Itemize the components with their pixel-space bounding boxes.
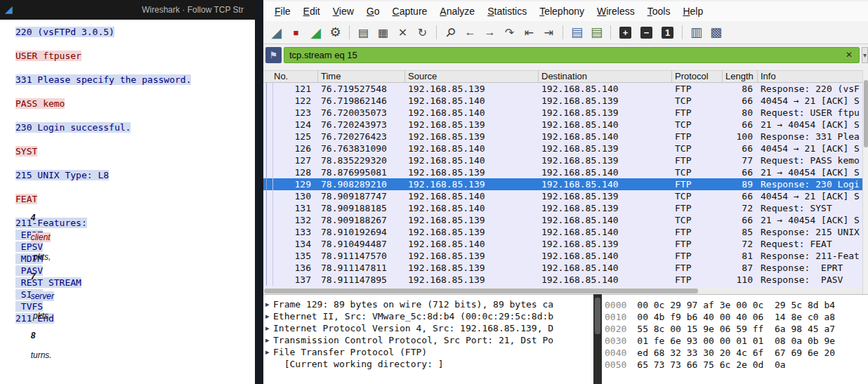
follow-window-titlebar[interactable]: ◢ Wireshark · Follow TCP Str <box>0 0 255 20</box>
normal-size-icon[interactable]: 1 <box>662 27 673 39</box>
packet-row[interactable]: 128 78.876995081 192.168.85.139 192.168.… <box>263 166 862 178</box>
expand-arrow-icon[interactable] <box>263 358 273 370</box>
cell-length: 66 <box>723 119 758 131</box>
filter-clear-icon[interactable]: ✕ <box>846 50 853 60</box>
hscrollbar-thumb[interactable] <box>264 289 698 293</box>
hex-line[interactable]: 0040ed 68 32 33 30 20 4c 6f 67 69 6e 20 <box>605 347 868 359</box>
menu-go[interactable]: Go <box>360 6 386 17</box>
detail-line[interactable]: ▸Frame 129: 89 bytes on wire (712 bits),… <box>263 298 593 310</box>
cell-no: 128 <box>273 166 318 178</box>
detail-line[interactable]: ▸Internet Protocol Version 4, Src: 192.1… <box>263 322 593 334</box>
menu-edit[interactable]: Edit <box>297 6 327 17</box>
hex-bytes[interactable]: 65 73 73 66 75 6c 2e 0d 0a <box>637 359 785 370</box>
vscrollbar-thumb[interactable] <box>864 80 868 147</box>
filter-bookmark-icon[interactable]: ⚑ <box>265 47 282 63</box>
menu-view[interactable]: View <box>327 6 360 17</box>
resize-columns-icon[interactable]: ▥ <box>688 24 705 41</box>
detail-line[interactable]: ▸Transmission Control Protocol, Src Port… <box>263 334 593 346</box>
packet-list-vscrollbar[interactable] <box>862 70 868 294</box>
displayed-columns-icon[interactable]: ▩ <box>707 24 725 41</box>
packet-row[interactable]: 122 76.719862146 192.168.85.140 192.168.… <box>263 95 862 107</box>
related-packet-indicator <box>266 250 273 262</box>
stream-line-text: PASS kemo <box>15 98 65 109</box>
cell-protocol: FTP <box>672 131 723 143</box>
expand-arrow-icon[interactable]: ▸ <box>263 310 273 322</box>
packet-row[interactable]: 125 76.720276423 192.168.85.139 192.168.… <box>263 131 862 143</box>
go-forward-icon[interactable]: → <box>481 24 499 41</box>
packet-row[interactable]: 133 78.910192694 192.168.85.139 192.168.… <box>263 226 862 238</box>
column-header-length[interactable]: Length <box>723 71 758 82</box>
expand-arrow-icon[interactable]: ▸ <box>263 334 273 346</box>
hex-bytes[interactable]: ed 68 32 33 30 20 4c 6f 67 69 6e 20 <box>637 347 835 358</box>
menu-statistics[interactable]: Statistics <box>481 6 533 17</box>
column-header-protocol[interactable]: Protocol <box>672 71 723 82</box>
related-packet-indicator <box>266 119 273 131</box>
expand-arrow-icon[interactable]: ▸ <box>263 346 273 358</box>
zoom-out-icon[interactable]: − <box>640 27 652 39</box>
hex-line[interactable]: 000000 0c 29 97 af 3e 00 0c 29 5c 8d b4 <box>605 299 868 311</box>
expand-arrow-icon[interactable]: ▸ <box>263 298 273 310</box>
find-packet-icon[interactable]: ⚲ <box>438 20 463 44</box>
close-file-icon[interactable]: ✕ <box>394 24 412 41</box>
display-filter-input[interactable]: tcp.stream eq 15 ✕ <box>284 47 860 63</box>
hex-bytes[interactable]: 00 4b f9 b6 40 00 40 06 14 8e c0 a8 <box>637 312 835 322</box>
packet-row[interactable]: 136 78.911147811 192.168.85.139 192.168.… <box>263 262 862 274</box>
colorize-packets-icon[interactable]: ▤ <box>568 24 586 41</box>
hex-line[interactable]: 001000 4b f9 b6 40 00 40 06 14 8e c0 a8 <box>605 311 868 323</box>
packet-row[interactable]: 127 78.835229320 192.168.85.140 192.168.… <box>263 154 862 166</box>
cell-no: 137 <box>273 274 318 286</box>
column-header-destination[interactable]: Destination <box>539 71 672 82</box>
packet-row[interactable]: 123 76.720035073 192.168.85.140 192.168.… <box>263 107 862 119</box>
zoom-in-icon[interactable]: + <box>619 27 631 39</box>
packet-row[interactable]: 126 76.763831090 192.168.85.140 192.168.… <box>263 143 862 154</box>
save-file-icon[interactable]: ▦ <box>374 24 392 41</box>
hex-line[interactable]: 002055 8c 00 15 9e 06 59 ff 6a 98 45 a7 <box>605 323 868 335</box>
detail-text: Ethernet II, Src: VMware_5c:8d:b4 (00:0c… <box>273 310 593 322</box>
hex-line[interactable]: 005065 73 73 66 75 6c 2e 0d 0a <box>605 359 868 371</box>
details-pane-scrollbar[interactable] <box>593 294 602 384</box>
details-scrollbar-thumb[interactable] <box>595 298 600 334</box>
start-capture-icon[interactable]: ◢ <box>268 24 285 41</box>
menu-analyze[interactable]: Analyze <box>433 6 481 17</box>
go-back-icon[interactable]: ← <box>461 24 479 41</box>
packet-row[interactable]: 121 76.719527548 192.168.85.139 192.168.… <box>263 83 862 95</box>
menu-help[interactable]: Help <box>676 6 709 17</box>
menu-telephony[interactable]: Telephony <box>533 6 591 17</box>
packet-list-hscrollbar[interactable] <box>263 288 862 294</box>
menu-tools[interactable]: Tools <box>641 6 677 17</box>
hex-bytes[interactable]: 00 0c 29 97 af 3e 00 0c 29 5c 8d b4 <box>637 300 835 310</box>
menu-capture[interactable]: Capture <box>386 6 434 17</box>
column-header-time[interactable]: Time <box>318 71 405 82</box>
detail-line[interactable]: [Current working directory: ] <box>263 358 593 370</box>
auto-scroll-icon[interactable]: ▤ <box>588 24 605 41</box>
expand-arrow-icon[interactable]: ▸ <box>263 322 273 334</box>
menu-file[interactable]: File <box>268 6 297 17</box>
column-header-info[interactable]: Info <box>758 71 862 82</box>
open-file-icon[interactable]: ▤ <box>355 24 372 41</box>
packet-row[interactable]: 137 78.911147895 192.168.85.139 192.168.… <box>263 274 862 286</box>
go-to-packet-icon[interactable]: ↷ <box>501 24 518 41</box>
cell-destination: 192.168.85.140 <box>539 214 672 226</box>
hex-line[interactable]: 003001 fe 6e 93 00 00 01 01 08 0a 0b 9e <box>605 335 868 347</box>
hex-bytes[interactable]: 01 fe 6e 93 00 00 01 01 08 0a 0b 9e <box>637 336 835 346</box>
packet-row[interactable]: 131 78.909188185 192.168.85.140 192.168.… <box>263 202 862 214</box>
next-packet-icon[interactable]: ⇥ <box>540 24 558 41</box>
column-header-source[interactable]: Source <box>405 71 539 82</box>
reload-icon[interactable]: ↻ <box>414 24 431 41</box>
detail-line[interactable]: ▸File Transfer Protocol (FTP) <box>263 346 593 358</box>
packet-row[interactable]: 130 78.909187747 192.168.85.140 192.168.… <box>263 190 862 202</box>
column-header-no[interactable]: No. <box>263 71 318 82</box>
capture-options-icon[interactable]: ⚙ <box>327 24 344 41</box>
hex-bytes[interactable]: 55 8c 00 15 9e 06 59 ff 6a 98 45 a7 <box>637 324 835 334</box>
packet-row[interactable]: 135 78.911147570 192.168.85.139 192.168.… <box>263 250 862 262</box>
restart-capture-icon[interactable]: ◢ <box>307 24 324 41</box>
previous-packet-icon[interactable]: ⇤ <box>520 24 538 41</box>
packet-row[interactable]: 129 78.908289210 192.168.85.139 192.168.… <box>263 178 862 190</box>
stop-capture-icon[interactable]: ■ <box>287 24 305 41</box>
detail-line[interactable]: ▸Ethernet II, Src: VMware_5c:8d:b4 (00:0… <box>263 310 593 322</box>
packet-row[interactable]: 132 78.909188267 192.168.85.139 192.168.… <box>263 214 862 226</box>
menu-wireless[interactable]: Wireless <box>591 6 641 17</box>
packet-row[interactable]: 134 78.910494487 192.168.85.140 192.168.… <box>263 238 862 250</box>
packet-row[interactable]: 124 76.720243973 192.168.85.139 192.168.… <box>263 119 862 131</box>
filter-dropdown-button[interactable]: ▾ <box>862 47 868 63</box>
